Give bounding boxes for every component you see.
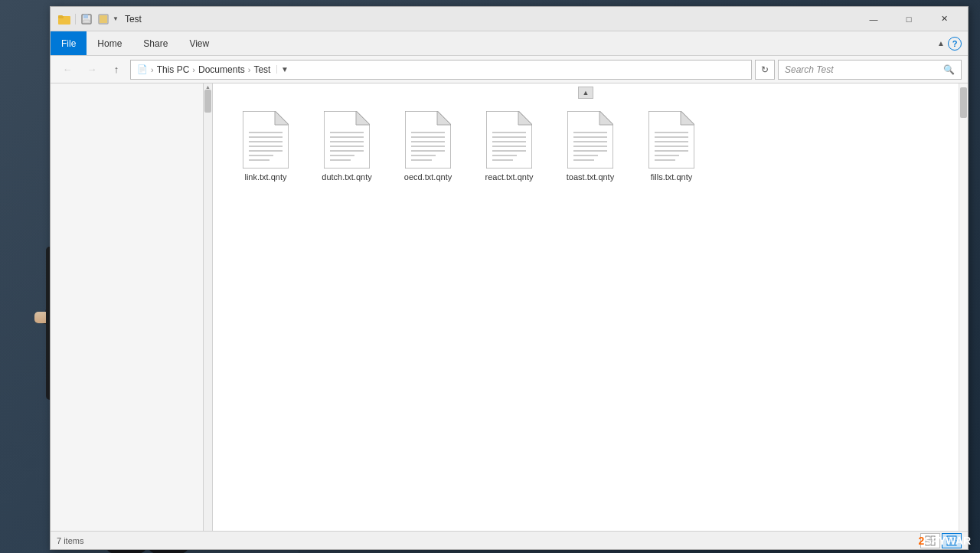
address-dropdown-btn[interactable]: ▼ bbox=[276, 65, 292, 74]
svg-rect-32 bbox=[58, 15, 63, 17]
file-icon bbox=[405, 111, 451, 169]
scrollbar-thumb bbox=[960, 87, 967, 118]
file-name: fills.txt.qnty bbox=[651, 172, 692, 182]
explorer-window: ▼ Test — □ ✕ File Home Share View ▲ ? ← … bbox=[50, 6, 969, 550]
menu-view[interactable]: View bbox=[178, 31, 220, 55]
help-icon[interactable]: ? bbox=[948, 37, 962, 51]
svg-marker-48 bbox=[356, 111, 370, 125]
menu-bar-right: ▲ ? bbox=[937, 31, 968, 55]
content-area: ▲ ▲ bbox=[51, 83, 968, 531]
file-name: oecd.txt.qnty bbox=[404, 172, 452, 182]
svg-rect-35 bbox=[83, 20, 90, 23]
search-box[interactable]: 🔍 bbox=[778, 60, 962, 80]
folder-icon[interactable] bbox=[57, 11, 72, 27]
file-area: ▲ bbox=[213, 83, 959, 531]
menu-expand-arrow[interactable]: ▲ bbox=[937, 39, 945, 47]
address-this-pc[interactable]: This PC bbox=[157, 64, 190, 75]
menu-bar: File Home Share View ▲ ? bbox=[51, 31, 968, 56]
up-button[interactable]: ↑ bbox=[106, 59, 127, 80]
file-icon bbox=[486, 111, 532, 169]
nav-scroll-up[interactable]: ▲ bbox=[204, 83, 212, 90]
status-bar: 7 items bbox=[51, 531, 968, 549]
file-name: react.txt.qnty bbox=[485, 172, 534, 182]
undo-icon[interactable] bbox=[96, 11, 111, 27]
file-item[interactable]: link.txt.qnty bbox=[231, 108, 300, 185]
save-icon[interactable] bbox=[79, 11, 94, 27]
scroll-up-button[interactable]: ▲ bbox=[578, 87, 593, 99]
item-count: 7 items bbox=[57, 536, 83, 545]
address-test[interactable]: Test bbox=[253, 64, 270, 75]
file-item[interactable]: react.txt.qnty bbox=[475, 108, 544, 185]
svg-rect-34 bbox=[83, 15, 88, 18]
nav-scrollbar-thumb bbox=[204, 90, 211, 113]
svg-marker-84 bbox=[681, 111, 694, 125]
file-icon bbox=[648, 111, 694, 169]
svg-rect-37 bbox=[100, 15, 107, 23]
branding-name: SPYWAR bbox=[924, 535, 971, 547]
toolbar: ← → ↑ 📄 › This PC › Documents › Test ▼ ↻… bbox=[51, 56, 968, 83]
refresh-button[interactable]: ↻ bbox=[755, 60, 775, 80]
address-sep3: › bbox=[248, 65, 251, 74]
svg-marker-66 bbox=[518, 111, 532, 125]
window-controls: — □ ✕ bbox=[856, 7, 962, 31]
search-icon[interactable]: 🔍 bbox=[943, 64, 955, 75]
file-item[interactable]: oecd.txt.qnty bbox=[394, 108, 462, 185]
svg-marker-75 bbox=[599, 111, 613, 125]
address-computer-icon: 📄 bbox=[137, 64, 148, 74]
address-documents[interactable]: Documents bbox=[198, 64, 245, 75]
files-grid: link.txt.qnty bbox=[219, 90, 952, 198]
menu-home[interactable]: Home bbox=[87, 31, 132, 55]
search-input[interactable] bbox=[785, 64, 940, 75]
menu-share[interactable]: Share bbox=[132, 31, 178, 55]
file-item[interactable]: fills.txt.qnty bbox=[637, 108, 706, 185]
qat-dropdown-arrow[interactable]: ▼ bbox=[113, 15, 119, 22]
address-sep2: › bbox=[192, 65, 195, 74]
svg-marker-57 bbox=[437, 111, 451, 125]
file-name: dutch.txt.qnty bbox=[322, 172, 371, 182]
qat-divider bbox=[75, 14, 76, 25]
nav-scrollbar[interactable]: ▲ bbox=[204, 83, 213, 531]
close-button[interactable]: ✕ bbox=[926, 7, 962, 31]
file-name: toast.txt.qnty bbox=[567, 172, 614, 182]
back-button[interactable]: ← bbox=[57, 59, 78, 80]
file-item[interactable]: dutch.txt.qnty bbox=[312, 108, 381, 185]
menu-file-tab[interactable]: File bbox=[51, 31, 87, 55]
svg-marker-39 bbox=[275, 111, 289, 125]
title-bar: ▼ Test — □ ✕ bbox=[51, 7, 968, 31]
vertical-scrollbar[interactable] bbox=[959, 83, 968, 531]
forward-button[interactable]: → bbox=[81, 59, 103, 80]
address-bar[interactable]: 📄 › This PC › Documents › Test ▼ bbox=[130, 60, 752, 80]
file-name: link.txt.qnty bbox=[244, 172, 286, 182]
branding: 2SPYWAR bbox=[919, 535, 971, 547]
nav-pane bbox=[51, 83, 204, 531]
file-icon bbox=[243, 111, 289, 169]
address-sep1: › bbox=[151, 65, 154, 74]
quick-access-toolbar: ▼ bbox=[57, 11, 119, 27]
file-item[interactable]: toast.txt.qnty bbox=[556, 108, 625, 185]
maximize-button[interactable]: □ bbox=[891, 7, 926, 31]
window-title: Test bbox=[125, 14, 856, 25]
minimize-button[interactable]: — bbox=[856, 7, 891, 31]
file-icon bbox=[324, 111, 370, 169]
file-icon bbox=[567, 111, 613, 169]
